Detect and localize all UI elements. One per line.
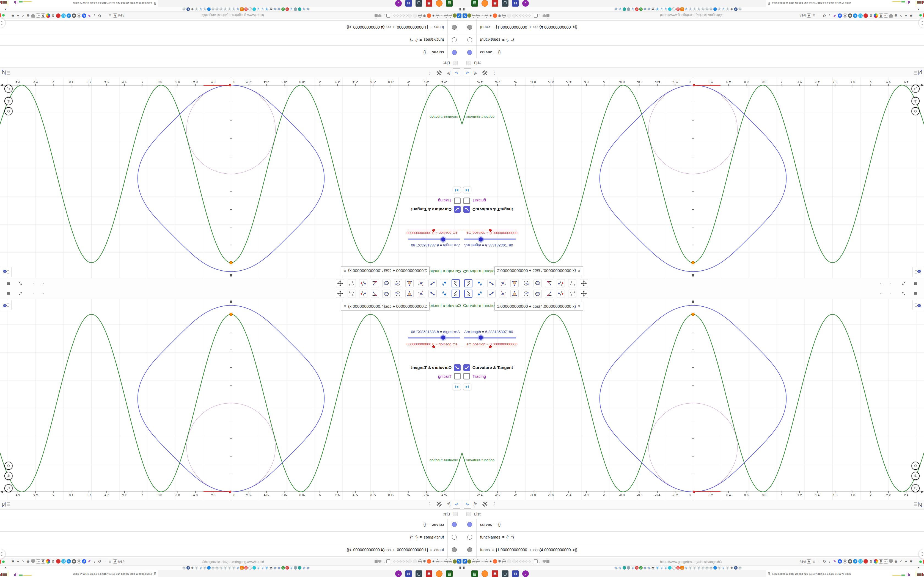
favicon-G-blue[interactable]: G (261, 7, 264, 11)
tracing-checkbox[interactable] (464, 373, 470, 379)
dot-icon[interactable] (394, 15, 396, 17)
forward-icon[interactable]: → (103, 13, 107, 18)
kebab-menu-icon[interactable]: ⋮ (427, 70, 432, 76)
home-button[interactable] (911, 462, 919, 470)
translate-icon[interactable]: A (838, 13, 842, 18)
tool-slider-button[interactable]: a = 2 (568, 279, 577, 287)
blue-u-icon[interactable]: U (858, 13, 863, 18)
dot-icon[interactable] (520, 561, 522, 562)
globe-icon[interactable] (444, 14, 448, 18)
shield-icon[interactable] (31, 559, 35, 564)
arc-position-slider-knob[interactable] (432, 229, 435, 232)
favicon-G-blue[interactable]: G (289, 566, 293, 570)
globe-icon[interactable] (418, 559, 422, 563)
graphics-view[interactable]: -2.4-2.2-2-1.8-1.6-1.4-1.2-1-0.8-0.6-0.4… (0, 299, 462, 500)
tracing-checkbox[interactable] (464, 198, 470, 204)
reload-icon[interactable]: ↻ (822, 13, 827, 18)
tool-circle-button[interactable] (394, 279, 402, 287)
favicon-teal-dot[interactable] (298, 7, 301, 11)
tool-reflect-button[interactable] (557, 279, 565, 287)
blue-plus-icon[interactable]: + (66, 559, 71, 564)
translate-icon[interactable]: A (82, 559, 86, 564)
undo-icon[interactable] (878, 290, 885, 297)
function-dropdown[interactable]: 1.000000000000 + cos(4.000000000000 x) ▼ (494, 302, 583, 311)
arc-length-slider-track[interactable] (408, 337, 460, 338)
settings-gear-icon[interactable] (482, 69, 488, 76)
favicon-G-blue[interactable]: G (664, 7, 667, 11)
favicon-facebook[interactable]: f (186, 566, 190, 570)
favicon-gray-dot[interactable] (627, 7, 630, 11)
globe-icon[interactable] (436, 14, 439, 18)
ghost-icon[interactable] (413, 14, 417, 18)
arcs-app-icon[interactable]: ∩∩ (440, 559, 444, 564)
tool-ellipse-button[interactable] (533, 279, 542, 287)
favicon-flower[interactable]: ✽ (738, 7, 741, 11)
algebra-visibility-marble[interactable] (467, 25, 472, 30)
url-text[interactable]: https://www.geogebra.org/classic/aagcxh3… (201, 13, 264, 17)
egg-icon[interactable]: 0 (77, 14, 81, 18)
check-icon[interactable]: ✓ (899, 559, 903, 564)
algebra-visibility-marble[interactable] (452, 37, 457, 42)
favicon-photo[interactable]: ▲ (680, 566, 684, 570)
undo-icon[interactable] (878, 280, 885, 287)
bookmarks-overflow-chevron[interactable]: ∧ (917, 7, 920, 11)
taskbar-app-floppy-64[interactable]: 64 (405, 0, 412, 6)
algebra-visibility-marble[interactable] (452, 547, 457, 552)
settings-gear-icon[interactable] (436, 501, 442, 508)
dot-icon[interactable] (394, 561, 396, 562)
taskbar-app-purple-app[interactable]: ᴗ (395, 0, 402, 6)
check-icon[interactable]: ✓ (21, 14, 25, 18)
shield-icon[interactable] (378, 560, 381, 563)
play-step-button[interactable] (463, 384, 471, 390)
favicon-flower[interactable]: ✽ (738, 566, 741, 570)
favicon-G-blue[interactable]: G (277, 566, 281, 570)
favicon-flower[interactable]: ✽ (211, 566, 215, 570)
favicon-green-check[interactable]: ✓ (639, 7, 643, 11)
zoom-out-button[interactable] (5, 484, 13, 492)
redo-icon[interactable] (31, 280, 38, 287)
shield-icon[interactable] (378, 14, 381, 18)
ublock-icon[interactable]: uO (884, 14, 888, 18)
favicon-cyan-dot[interactable] (252, 566, 256, 570)
folder-icon[interactable] (534, 559, 538, 563)
graphics-stylebar-toggle[interactable] (0, 300, 11, 310)
tool-move-view-button[interactable] (580, 279, 588, 287)
taskbar-app-monitor-app[interactable]: ▢ (502, 0, 509, 6)
vivaldi-icon[interactable]: V (462, 559, 467, 564)
favicon-flower[interactable]: ✽ (203, 7, 207, 11)
gear-icon[interactable]: ✱ (909, 13, 913, 18)
kebab-menu-icon[interactable]: ⋮ (492, 70, 497, 76)
back-arrow-icon[interactable]: ← (382, 13, 386, 18)
tool-point-button[interactable]: A (440, 290, 448, 298)
favicon-flower-blue[interactable]: ✽ (265, 7, 268, 11)
favicon-G-blue[interactable]: G (614, 7, 618, 11)
favicon-flower[interactable]: ✽ (688, 7, 692, 11)
favicon-flower[interactable]: ✽ (220, 7, 223, 11)
favicon-G-blue[interactable]: G (643, 7, 647, 11)
taskbar-app-floppy-64[interactable]: 64 (512, 0, 519, 6)
tool-angle-button[interactable]: α (371, 279, 379, 287)
olive-app-icon[interactable] (467, 14, 471, 18)
favicon-teal-dot[interactable] (623, 7, 626, 11)
taskbar-app-purple-app[interactable]: ᴗ (522, 0, 529, 6)
favicon-flower[interactable]: ✽ (709, 7, 713, 11)
favicon-red-1[interactable]: 1 (244, 566, 248, 570)
algebra-input-icon[interactable] (1, 68, 10, 76)
taskbar-app-red-gear[interactable]: ✱ (426, 571, 432, 577)
redo-icon[interactable] (886, 280, 893, 287)
tracing-checkbox[interactable] (454, 373, 460, 379)
favicon-flower-blue[interactable]: ✽ (656, 7, 659, 11)
favicon-G-blue[interactable]: G (631, 566, 635, 570)
main-menu-icon[interactable] (912, 290, 919, 297)
algebra-input-icon[interactable] (1, 501, 10, 509)
curvature-tangent-checkbox[interactable] (454, 364, 460, 371)
tool-line-button[interactable] (487, 290, 496, 298)
redo-icon[interactable] (886, 290, 893, 297)
globe-icon[interactable] (502, 14, 506, 18)
arc-length-slider-knob[interactable] (479, 335, 483, 340)
ghost-icon[interactable] (507, 14, 511, 18)
collapse-list-button[interactable]: − (453, 61, 457, 65)
favicon-wikipedia[interactable]: W (651, 7, 655, 11)
globe-icon[interactable]: ⊕ (26, 13, 30, 18)
favicon-G-blue[interactable]: G (306, 566, 310, 570)
